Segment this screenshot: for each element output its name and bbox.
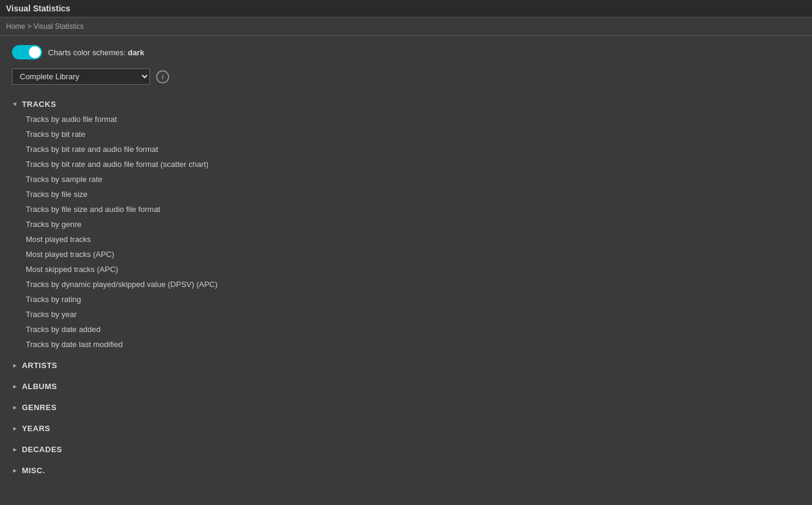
list-item[interactable]: Tracks by bit rate and audio file format [21, 142, 800, 157]
list-item[interactable]: Tracks by dynamic played/skipped value (… [21, 277, 800, 292]
section-arrow-decades: ► [12, 446, 18, 453]
list-item[interactable]: Tracks by audio file format [21, 112, 800, 127]
section-label-years: YEARS [22, 424, 50, 433]
section-header-years[interactable]: ►YEARS [12, 421, 800, 436]
section-label-albums: ALBUMS [22, 382, 57, 391]
list-item[interactable]: Tracks by file size [21, 187, 800, 202]
breadcrumb-current: Visual Statistics [34, 22, 84, 31]
section-header-artists[interactable]: ►ARTISTS [12, 358, 800, 373]
title-bar: Visual Statistics [0, 0, 812, 17]
list-item[interactable]: Tracks by genre [21, 217, 800, 232]
section-arrow-tracks: ▼ [12, 101, 18, 107]
list-item[interactable]: Tracks by file size and audio file forma… [21, 202, 800, 217]
section-header-tracks[interactable]: ▼TRACKS [12, 97, 800, 112]
breadcrumb-separator: > [27, 22, 31, 31]
toggle-track[interactable] [12, 45, 42, 59]
list-item[interactable]: Most played tracks (APC) [21, 247, 800, 262]
toggle-knob [29, 46, 41, 58]
section-arrow-albums: ► [12, 383, 18, 390]
content: Charts color schemes: dark Complete Libr… [0, 36, 812, 493]
list-item[interactable]: Tracks by rating [21, 292, 800, 307]
section-arrow-artists: ► [12, 362, 18, 369]
section-arrow-genres: ► [12, 404, 18, 411]
breadcrumb-home[interactable]: Home [6, 22, 25, 31]
list-item[interactable]: Tracks by year [21, 307, 800, 322]
list-item[interactable]: Tracks by date added [21, 322, 800, 337]
section-tracks: ▼TRACKSTracks by audio file formatTracks… [12, 97, 800, 352]
section-artists: ►ARTISTS [12, 358, 800, 373]
section-header-albums[interactable]: ►ALBUMS [12, 379, 800, 394]
color-scheme-toggle[interactable] [12, 45, 42, 59]
section-arrow-misc: ► [12, 467, 18, 474]
library-row: Complete Library i [12, 68, 800, 85]
section-header-genres[interactable]: ►GENRES [12, 400, 800, 415]
section-label-artists: ARTISTS [22, 361, 57, 370]
page-title: Visual Statistics [6, 4, 70, 13]
section-years: ►YEARS [12, 421, 800, 436]
library-select[interactable]: Complete Library [12, 68, 150, 85]
section-items-tracks: Tracks by audio file formatTracks by bit… [12, 112, 800, 352]
section-label-decades: DECADES [22, 445, 62, 454]
list-item[interactable]: Tracks by sample rate [21, 172, 800, 187]
list-item[interactable]: Tracks by date last modified [21, 337, 800, 352]
section-label-genres: GENRES [22, 403, 56, 412]
section-header-decades[interactable]: ►DECADES [12, 442, 800, 457]
section-misc: ►MISC. [12, 463, 800, 478]
breadcrumb: Home > Visual Statistics [0, 17, 812, 36]
list-item[interactable]: Tracks by bit rate and audio file format… [21, 157, 800, 172]
info-icon[interactable]: i [156, 70, 169, 83]
section-label-tracks: TRACKS [22, 100, 56, 109]
section-label-misc: MISC. [22, 466, 45, 475]
list-item[interactable]: Tracks by bit rate [21, 127, 800, 142]
list-item[interactable]: Most skipped tracks (APC) [21, 262, 800, 277]
color-scheme-label: Charts color schemes: dark [48, 48, 144, 57]
list-item[interactable]: Most played tracks [21, 232, 800, 247]
sections-container: ▼TRACKSTracks by audio file formatTracks… [12, 97, 800, 478]
toggle-row: Charts color schemes: dark [12, 45, 800, 59]
section-decades: ►DECADES [12, 442, 800, 457]
section-albums: ►ALBUMS [12, 379, 800, 394]
section-arrow-years: ► [12, 425, 18, 432]
section-header-misc[interactable]: ►MISC. [12, 463, 800, 478]
section-genres: ►GENRES [12, 400, 800, 415]
